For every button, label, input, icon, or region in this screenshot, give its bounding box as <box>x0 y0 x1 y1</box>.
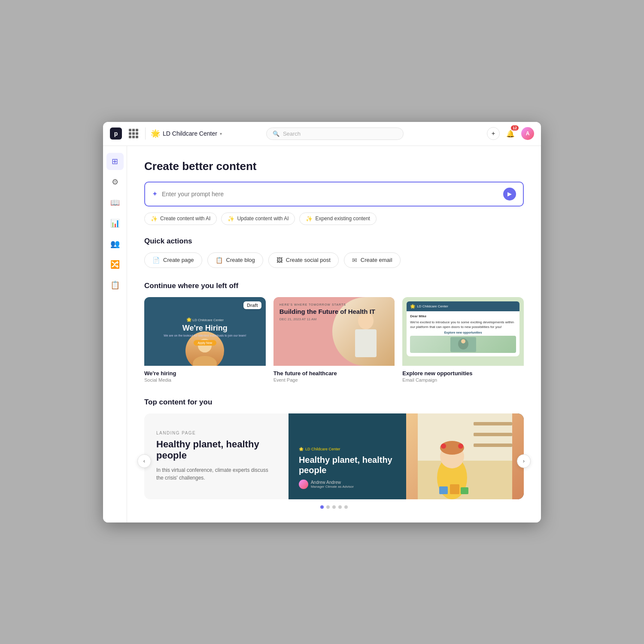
card-meta-email: Explore new opportunities Email Campaign <box>402 366 524 384</box>
create-email-label: Create email <box>361 257 392 263</box>
add-button[interactable]: ＋ <box>487 127 500 140</box>
quick-actions-title: Quick actions <box>144 237 524 246</box>
sidebar-item-hierarchy[interactable]: 🔀 <box>106 256 124 273</box>
create-email-button[interactable]: ✉ Create email <box>344 252 401 268</box>
chip-label-update: Update content with AI <box>237 216 289 222</box>
main-content: Create better content ✦ ▶ ✨ Create conte… <box>127 146 541 522</box>
card-hiring[interactable]: Draft 🌟 LD Childcare Center We're Hiring… <box>144 297 266 384</box>
topbar-right: ＋ 🔔 12 A <box>487 127 534 140</box>
hiring-sub: We are on the lookout for talented indiv… <box>164 334 246 337</box>
org-icon: 🌟 <box>151 129 160 138</box>
card-category-health: Event Page <box>273 377 395 383</box>
sidebar-item-dashboard[interactable]: ⊞ <box>106 153 124 170</box>
carousel-description: In this virtual conference, climate expe… <box>156 466 276 482</box>
search-icon: 🔍 <box>273 131 279 137</box>
sidebar-item-users[interactable]: 👥 <box>106 235 124 252</box>
top-content-title: Top content for you <box>144 398 524 407</box>
card-health[interactable]: Draft Here's Where Tomorrow Starts Build… <box>273 297 395 384</box>
email-dear: Dear Mike <box>410 314 516 319</box>
email-header: 🌟 LD Childcare Center <box>407 301 519 311</box>
create-page-button[interactable]: 📄 Create page <box>144 252 202 268</box>
quick-actions-row: 📄 Create page 📋 Create blog 🖼 Create soc… <box>144 252 524 268</box>
create-social-post-button[interactable]: 🖼 Create social post <box>268 252 339 268</box>
continue-grid: Draft 🌟 LD Childcare Center We're Hiring… <box>144 297 524 384</box>
svg-rect-4 <box>355 329 377 357</box>
sidebar: ⊞ ⚙ 📖 📊 👥 🔀 📋 <box>103 146 127 522</box>
sparkle-icon-3: ✨ <box>306 216 313 222</box>
chevron-down-icon: ▾ <box>220 131 222 136</box>
email-image <box>410 336 516 353</box>
org-selector[interactable]: 🌟 LD Childcare Center ▾ <box>151 129 222 138</box>
card2-tag: Here's Where Tomorrow Starts <box>279 303 375 306</box>
dot-2[interactable] <box>326 505 330 509</box>
chip-label-create: Create content with AI <box>160 216 210 222</box>
carousel-author-role: Manager Climate as Advisor <box>311 485 354 489</box>
sidebar-item-analytics[interactable]: 📊 <box>106 215 124 232</box>
carousel-right: 🌟 LD Childcare Center Healthy planet, he… <box>289 413 524 499</box>
carousel-title: Healthy planet, healthy people <box>156 439 276 462</box>
ai-chips: ✨ Create content with AI ✨ Update conten… <box>144 213 524 225</box>
hiring-heading: We're Hiring <box>182 324 228 333</box>
carousel-org-icon: 🌟 <box>299 447 304 451</box>
email-body: We're excited to introduce you to some e… <box>410 320 516 329</box>
sparkle-icon: ✨ <box>151 216 158 222</box>
sidebar-item-docs[interactable]: 📋 <box>106 276 124 294</box>
sparkle-icon-2: ✨ <box>228 216 234 222</box>
carousel-org: 🌟 LD Childcare Center <box>299 447 407 451</box>
card-title-health: The future of healthcare <box>273 370 395 377</box>
card-preview-health: Draft Here's Where Tomorrow Starts Build… <box>273 297 395 366</box>
carousel-org-name: LD Childcare Center <box>305 447 340 451</box>
org-name: LD Childcare Center <box>163 130 217 137</box>
dot-5[interactable] <box>344 505 348 509</box>
svg-rect-11 <box>474 433 512 436</box>
svg-rect-10 <box>474 422 512 425</box>
card-category-email: Email Campaign <box>402 377 524 383</box>
divider <box>145 128 146 140</box>
dot-3[interactable] <box>332 505 336 509</box>
ai-chip-expend[interactable]: ✨ Expend existing content <box>299 213 376 225</box>
send-button[interactable]: ▶ <box>503 188 516 200</box>
sidebar-item-org[interactable]: ⚙ <box>106 173 124 191</box>
social-icon: 🖼 <box>276 257 283 264</box>
carousel-photo <box>406 413 524 499</box>
card-category-hiring: Social Media <box>144 377 266 383</box>
prompt-box[interactable]: ✦ ▶ <box>144 182 524 207</box>
notif-badge: 12 <box>511 125 519 131</box>
search-placeholder: Search <box>283 131 301 137</box>
chip-label-expend: Expend existing content <box>315 216 370 222</box>
email-icon: ✉ <box>352 257 357 264</box>
carousel-author-avatar <box>299 480 308 489</box>
prompt-star-icon: ✦ <box>152 190 158 198</box>
main-layout: ⊞ ⚙ 📖 📊 👥 🔀 📋 Create better content ✦ ▶ … <box>103 146 541 522</box>
svg-rect-12 <box>474 444 512 447</box>
carousel-next-button[interactable]: › <box>517 454 531 468</box>
carousel-author-name: Andrew Andrew <box>311 480 354 485</box>
grid-icon[interactable] <box>129 129 138 138</box>
dot-1[interactable] <box>320 505 324 509</box>
email-cta: Explore new opportunities <box>410 331 516 334</box>
email-logo-icon: 🌟 <box>410 304 415 309</box>
email-org: LD Childcare Center <box>417 304 448 308</box>
ai-chip-update[interactable]: ✨ Update content with AI <box>221 213 295 225</box>
sidebar-item-book[interactable]: 📖 <box>106 194 124 211</box>
avatar[interactable]: A <box>521 127 534 140</box>
svg-rect-18 <box>439 486 448 494</box>
carousel-dots <box>144 505 524 509</box>
carousel-prev-button[interactable]: ‹ <box>137 454 151 468</box>
browser-window: p 🌟 LD Childcare Center ▾ 🔍 Search ＋ 🔔 1… <box>103 122 541 522</box>
card-email[interactable]: 🌟 LD Childcare Center Dear Mike We're ex… <box>402 297 524 384</box>
dot-4[interactable] <box>338 505 342 509</box>
card-title-hiring: We're hiring <box>144 370 266 377</box>
carousel-left: LANDING PAGE Healthy planet, healthy peo… <box>144 413 289 499</box>
card-title-email: Explore new opportunities <box>402 370 524 377</box>
carousel-label: LANDING PAGE <box>156 431 276 435</box>
ai-chip-create[interactable]: ✨ Create content with AI <box>144 213 217 225</box>
create-blog-button[interactable]: 📋 Create blog <box>207 252 263 268</box>
search-bar[interactable]: 🔍 Search <box>266 128 404 140</box>
svg-point-16 <box>441 444 446 449</box>
prompt-input[interactable] <box>162 191 503 197</box>
carousel-wrapper: ‹ LANDING PAGE Healthy planet, healthy p… <box>144 413 524 509</box>
notifications-button[interactable]: 🔔 12 <box>504 127 517 140</box>
continue-section-title: Continue where you left off <box>144 282 524 290</box>
app-logo: p <box>110 128 122 140</box>
